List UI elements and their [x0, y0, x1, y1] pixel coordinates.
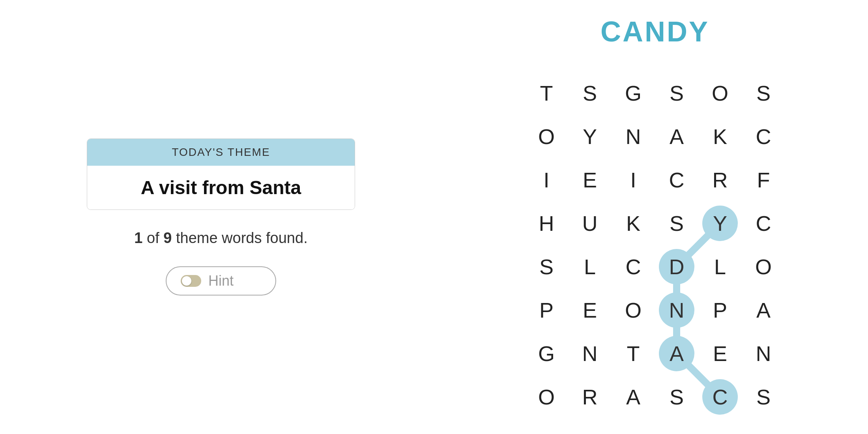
grid-cell[interactable]: U — [568, 202, 612, 245]
grid-cell[interactable]: I — [525, 158, 568, 202]
grid-cell[interactable]: S — [742, 71, 785, 115]
theme-header: TODAY'S THEME — [87, 139, 355, 166]
word-grid[interactable]: TSGSOSOYNAKCIEICRFHUKSYCSLCDLOPEONPAGNTA… — [525, 71, 785, 419]
hint-toggle[interactable]: Hint — [166, 266, 276, 296]
grid-cell[interactable]: C — [655, 158, 698, 202]
grid-cell[interactable]: N — [612, 115, 655, 158]
grid-cell[interactable]: I — [612, 158, 655, 202]
grid-cell[interactable]: S — [568, 71, 612, 115]
grid-cell[interactable]: O — [525, 115, 568, 158]
toggle-knob[interactable] — [181, 275, 201, 287]
grid-cell[interactable]: O — [612, 288, 655, 332]
grid-cell[interactable]: G — [525, 332, 568, 375]
highlighted-cell[interactable]: C — [702, 379, 738, 415]
grid-cell[interactable]: C — [612, 245, 655, 288]
grid-cell[interactable]: L — [568, 245, 612, 288]
theme-box: TODAY'S THEME A visit from Santa — [87, 138, 355, 210]
grid-cell[interactable]: H — [525, 202, 568, 245]
grid-cell[interactable]: S — [655, 375, 698, 419]
grid-cell[interactable]: S — [655, 71, 698, 115]
grid-cell[interactable]: E — [568, 158, 612, 202]
grid-cell[interactable]: R — [568, 375, 612, 419]
grid-cell[interactable]: O — [742, 245, 785, 288]
grid-cell[interactable]: F — [742, 158, 785, 202]
grid-cell[interactable]: C — [742, 202, 785, 245]
grid-cell[interactable]: E — [698, 332, 742, 375]
grid-cell[interactable]: P — [525, 288, 568, 332]
grid-cell[interactable]: N — [655, 288, 698, 332]
grid-cell[interactable]: N — [568, 332, 612, 375]
grid-cell[interactable]: T — [612, 332, 655, 375]
highlighted-cell[interactable]: N — [659, 292, 694, 328]
grid-cell[interactable]: G — [612, 71, 655, 115]
theme-title: A visit from Santa — [141, 177, 301, 198]
grid-cell[interactable]: Y — [698, 202, 742, 245]
grid-cell[interactable]: C — [742, 115, 785, 158]
grid-cell[interactable]: R — [698, 158, 742, 202]
grid-cell[interactable]: C — [698, 375, 742, 419]
grid-cell[interactable]: N — [742, 332, 785, 375]
grid-cell[interactable]: T — [525, 71, 568, 115]
grid-cell[interactable]: O — [698, 71, 742, 115]
grid-cell[interactable]: D — [655, 245, 698, 288]
found-label: theme words found. — [176, 230, 308, 246]
grid-cell[interactable]: S — [655, 202, 698, 245]
grid-cell[interactable]: S — [742, 375, 785, 419]
grid-cell[interactable]: L — [698, 245, 742, 288]
theme-header-text: TODAY'S THEME — [172, 146, 270, 158]
grid-cell[interactable]: A — [742, 288, 785, 332]
grid-cell[interactable]: A — [655, 115, 698, 158]
highlighted-cell[interactable]: Y — [702, 206, 738, 241]
grid-cell[interactable]: Y — [568, 115, 612, 158]
grid-cell[interactable]: E — [568, 288, 612, 332]
grid-cell[interactable]: P — [698, 288, 742, 332]
found-total: 9 — [163, 230, 172, 246]
hint-label: Hint — [208, 273, 234, 289]
found-text: 1 of 9 theme words found. — [134, 230, 307, 247]
found-current: 1 — [134, 230, 142, 246]
grid-cell[interactable]: A — [612, 375, 655, 419]
left-panel: TODAY'S THEME A visit from Santa 1 of 9 … — [0, 115, 442, 319]
grid-cell[interactable]: K — [612, 202, 655, 245]
grid-cell[interactable]: K — [698, 115, 742, 158]
right-panel: CANDY TSGSOSOYNAKCIEICRFHUKSYCSLCDLOPEON… — [442, 0, 868, 434]
highlighted-cell[interactable]: A — [659, 336, 694, 371]
grid-cell[interactable]: S — [525, 245, 568, 288]
grid-cell[interactable]: A — [655, 332, 698, 375]
found-of: of — [147, 230, 163, 246]
main-container: TODAY'S THEME A visit from Santa 1 of 9 … — [0, 0, 868, 434]
theme-body: A visit from Santa — [87, 166, 355, 210]
grid-cell[interactable]: O — [525, 375, 568, 419]
puzzle-title: CANDY — [600, 15, 709, 48]
highlighted-cell[interactable]: D — [659, 249, 694, 284]
